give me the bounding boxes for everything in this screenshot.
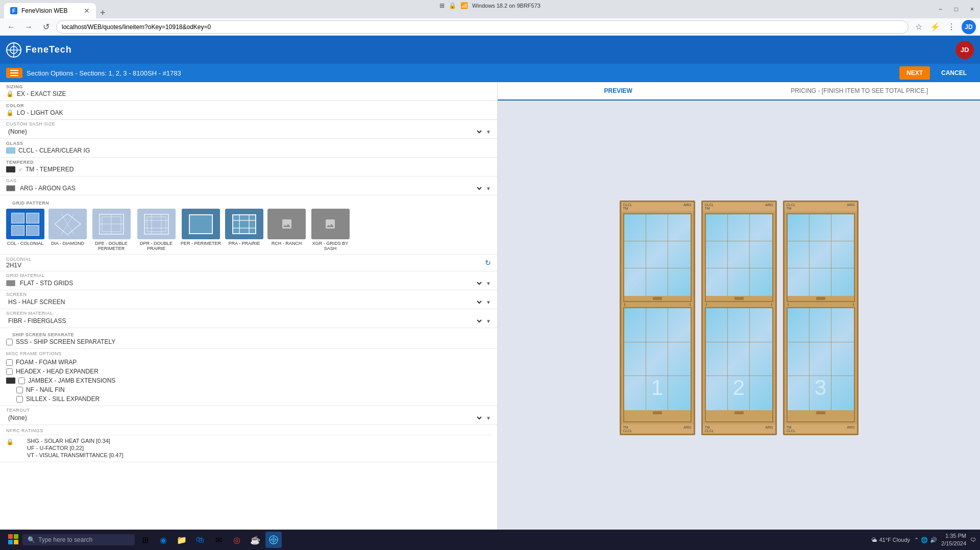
window-maximize-button[interactable]: □ [948,0,964,18]
browser-tab[interactable]: F FeneVision WEB ✕ [4,3,96,18]
window-number-1: 1 [651,376,663,400]
ship-screen-label: SHIP SCREEN SEPARATE [6,330,491,337]
left-panel: SIZING 🔒 EX - EXACT SIZE COLOR 🔒 LO - LI… [0,82,498,535]
refresh-button[interactable]: ↺ [39,20,53,34]
foam-checkbox[interactable] [6,359,13,366]
start-button[interactable] [4,532,22,548]
grid-pattern-label: GRID PATTERN [6,198,491,206]
tempered-icon [6,166,15,172]
cancel-button[interactable]: CANCEL [934,66,974,80]
grid-pattern-rch[interactable]: RCH - RANCH [267,209,306,251]
ship-screen-checkbox[interactable] [6,339,13,345]
nfrc-shg: SHG - SOLAR HEAT GAIN [0.34] [18,437,123,444]
edge-icon[interactable]: ◉ [155,532,172,548]
sillex-checkbox[interactable] [16,396,23,403]
screen-arrow: ▼ [486,299,491,305]
task-view-icon[interactable]: ⊞ [137,532,153,548]
chevron-icon[interactable]: ⌃ [914,537,919,543]
chrome-icon[interactable]: ◎ [229,532,245,548]
diamond-label: DIA - DIAMOND [51,241,84,246]
taskbar-right: 🌥 41°F Cloudy ⌃ 🌐 🔊 1:35 PM 2/15/2024 🗨 [871,532,976,548]
color-lock-icon: 🔒 [6,109,14,116]
new-tab-button[interactable]: + [96,8,110,18]
fene-icon[interactable] [265,532,282,548]
screen-material-select[interactable]: FIBR - FIBERGLASS [6,316,483,326]
per-label: PER - PERIMETER [181,241,221,246]
java-icon[interactable]: ☕ [247,532,263,548]
bookmark-button[interactable]: ☆ [912,20,926,34]
w2-bottom-sash: 2 [705,307,773,422]
next-button[interactable]: NEXT [899,66,930,80]
user-avatar-button[interactable]: JD [955,41,974,59]
window-close-button[interactable]: × [964,0,980,18]
file-explorer-icon[interactable]: 📁 [174,532,190,548]
menu-button[interactable]: ⋮ [944,20,959,34]
grid-pattern-colonial[interactable]: COL - COLONIAL [6,209,44,251]
time-text: 1:35 PM [941,532,966,540]
nf-checkbox[interactable] [16,387,23,393]
grid-pattern-dpr[interactable]: DPR - DOUBLE PRAIRIE [136,209,177,251]
tearout-select[interactable]: (None) [6,413,483,423]
colonial-input-label: COLONIAL [6,257,485,262]
gas-icon [6,185,15,191]
back-button[interactable]: ← [4,20,18,34]
nf-label[interactable]: NF - NAIL FIN [26,386,65,393]
tearout-arrow: ▼ [486,415,491,421]
store-icon[interactable]: 🛍 [192,532,208,548]
profile-button[interactable]: JD [962,20,976,34]
grid-material-label: GRID MATERIAL [6,273,491,278]
grid-pattern-pra[interactable]: PRA - PRAIRIE [225,209,263,251]
svg-rect-20 [189,215,212,234]
w2-top-left: CLCLTM [705,203,714,210]
address-bar[interactable] [56,20,909,34]
forward-button[interactable]: → [21,20,36,34]
preview-area: CLCLTM ARG [498,101,980,535]
sizing-label: SIZING [0,82,497,89]
screen-select[interactable]: HS - HALF SCREEN [6,297,483,307]
w1-top-sash [623,213,692,302]
weather-icon: 🌥 [871,537,877,543]
tab-close-button[interactable]: ✕ [84,7,90,15]
custom-sash-select[interactable]: (None) [6,127,483,137]
search-icon: 🔍 [28,536,35,543]
jambex-icon [6,378,15,384]
colonial-input[interactable] [6,262,485,269]
headex-checkbox[interactable] [6,368,13,375]
notification-icon[interactable]: 🗨 [970,537,976,543]
windows-logo-icon [8,534,18,544]
colonial-refresh-icon[interactable]: ↻ [485,259,491,267]
hamburger-button[interactable] [6,68,22,78]
grid-material-select[interactable]: FLAT - STD GRIDS [18,278,483,288]
jambex-checkbox[interactable] [18,378,25,384]
logo-text: FeneTech [26,44,72,55]
w2-bottom-left: TMCLCL [705,426,714,433]
taskbar-search[interactable]: 🔍 Type here to search [22,534,135,545]
gas-value: ARG - ARGON GAS ▼ [6,183,491,193]
w2-top-sash [705,213,773,302]
network-icon: 🌐 [921,537,928,543]
foam-label[interactable]: FOAM - FOAM WRAP [16,359,77,366]
grid-material-section: GRID MATERIAL FLAT - STD GRIDS ▼ [0,271,497,290]
w3-top-left: CLCLTM [787,203,796,210]
sillex-label[interactable]: SILLEX - SILL EXPANDER [26,395,100,403]
tab-preview[interactable]: PREVIEW [498,82,739,101]
taskbar-tray: 🌥 41°F Cloudy [871,537,910,543]
ship-screen-text[interactable]: SSS - SHIP SCREEN SEPARATELY [16,338,115,345]
gas-section: GAS ARG - ARGON GAS ▼ [0,177,497,195]
grid-pattern-xgr[interactable]: XGR - GRIDS BY SASH [310,209,351,251]
grid-pattern-dpe[interactable]: DPE - DOUBLE PERIMETER [91,209,132,251]
jambex-label[interactable]: JAMBEX - JAMB EXTENSIONS [28,377,115,384]
grid-patterns-row: COL - COLONIAL DIA - DIAM [6,209,491,251]
mail-icon[interactable]: ✉ [210,532,227,548]
grid-pattern-diamond[interactable]: DIA - DIAMOND [48,209,87,251]
grid-pattern-per[interactable]: PER - PERIMETER [181,209,221,251]
taskbar-time[interactable]: 1:35 PM 2/15/2024 [941,532,966,548]
headex-label[interactable]: HEADEX - HEAD EXPANDER [16,368,99,375]
tempered-label: TEMPERED [0,158,497,165]
gas-select[interactable]: ARG - ARGON GAS [18,183,483,193]
preview-tabs: PREVIEW PRICING - [FINISH ITEM TO SEE TO… [498,82,980,101]
window-minimize-button[interactable]: − [933,0,948,18]
svg-line-4 [67,214,81,224]
tab-pricing[interactable]: PRICING - [FINISH ITEM TO SEE TOTAL PRIC… [739,82,981,99]
extensions-button[interactable]: ⚡ [928,20,942,34]
